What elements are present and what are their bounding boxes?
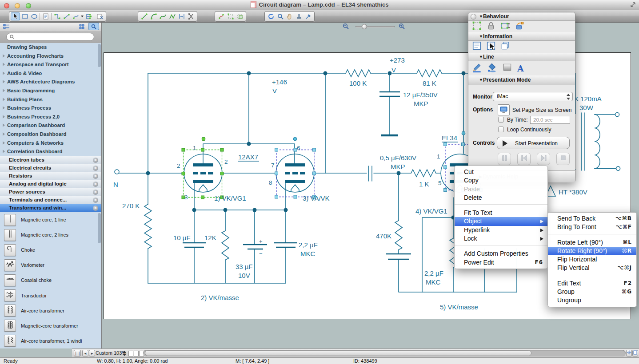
disclosure-triangle-icon[interactable] bbox=[3, 54, 5, 58]
tree-view-icon[interactable] bbox=[1, 23, 12, 30]
text-style-icon[interactable]: A bbox=[517, 63, 524, 73]
library-tab[interactable]: Terminals and connec...✕ bbox=[0, 196, 101, 204]
context-menu-item[interactable]: Object bbox=[455, 217, 547, 226]
ellipse-tool-icon[interactable] bbox=[29, 12, 39, 20]
disclosure-triangle-icon[interactable] bbox=[3, 71, 5, 75]
lock-icon[interactable] bbox=[486, 21, 496, 32]
by-time-checkbox[interactable] bbox=[498, 117, 504, 123]
zoom-stepper[interactable] bbox=[122, 350, 127, 356]
reshape-tool-icon[interactable] bbox=[216, 12, 226, 20]
start-presentation-button[interactable]: Start Presentation bbox=[497, 137, 570, 149]
close-library-icon[interactable]: ✕ bbox=[93, 206, 98, 211]
connector-curve-tool-icon[interactable] bbox=[71, 12, 80, 20]
collapse-triangle-icon[interactable]: ▼ bbox=[479, 12, 483, 20]
crop-tool-icon[interactable] bbox=[235, 12, 244, 20]
group-select-tool-icon[interactable] bbox=[226, 12, 235, 20]
submenu-item[interactable]: Rotate Right (90°)⌘R bbox=[548, 247, 636, 255]
category-item[interactable]: Comparison Dashboard bbox=[0, 121, 101, 130]
close-library-icon[interactable]: ✕ bbox=[93, 198, 98, 203]
prev-page-button[interactable]: ◂ bbox=[82, 350, 88, 356]
submenu-item[interactable]: Flip Vertical⌥⌘J bbox=[548, 264, 636, 272]
category-item[interactable]: Accounting Flowcharts bbox=[0, 52, 101, 61]
category-item[interactable]: Drawing Shapes bbox=[0, 43, 101, 52]
split-tool-icon[interactable] bbox=[186, 12, 196, 20]
shape-item[interactable]: Choke bbox=[0, 242, 101, 257]
curve-tool-icon[interactable] bbox=[158, 12, 168, 20]
search-input[interactable] bbox=[6, 33, 94, 41]
shape-item[interactable]: Magnetic core, 2 lines bbox=[0, 227, 101, 242]
category-item[interactable]: Correlation Dashboard bbox=[0, 147, 101, 156]
connection-point-el34[interactable] bbox=[462, 131, 465, 135]
close-library-icon[interactable]: ✕ bbox=[93, 166, 98, 171]
transport-button[interactable] bbox=[556, 153, 570, 165]
selection-handles[interactable] bbox=[182, 143, 483, 199]
submenu-item[interactable]: Rotate Left (90°)⌘L bbox=[548, 238, 636, 247]
disclosure-triangle-icon[interactable] bbox=[3, 80, 5, 83]
connection-point-cyan[interactable] bbox=[293, 137, 297, 141]
delete-shape-tool-icon[interactable] bbox=[95, 12, 104, 20]
shape-item[interactable]: Magnetic core, 1 line bbox=[0, 212, 101, 227]
fill-bucket-icon[interactable] bbox=[487, 62, 498, 75]
eyedropper-tool-icon[interactable] bbox=[304, 12, 313, 20]
library-tab[interactable]: Electron tubes✕ bbox=[0, 156, 101, 164]
horizontal-scrollbar[interactable] bbox=[143, 350, 626, 356]
resize-behaviour-icon[interactable] bbox=[500, 21, 510, 32]
splitter-handle[interactable]: ❘❘ bbox=[74, 350, 81, 356]
disclosure-triangle-icon[interactable] bbox=[3, 106, 5, 110]
note-icon[interactable] bbox=[472, 41, 482, 52]
context-menu-item[interactable]: Paste bbox=[455, 185, 547, 194]
loop-checkbox[interactable] bbox=[498, 127, 504, 132]
rotate-tool-icon[interactable] bbox=[266, 12, 276, 20]
shape-item[interactable]: Transductor bbox=[0, 288, 101, 303]
library-tab[interactable]: Resistors✕ bbox=[0, 172, 101, 180]
zoom-tool-icon[interactable] bbox=[276, 12, 285, 20]
disclosure-triangle-icon[interactable] bbox=[3, 115, 5, 119]
category-item[interactable]: Composition Dashboard bbox=[0, 130, 101, 139]
submenu-item[interactable]: Flip Horizontal bbox=[548, 255, 636, 264]
page-thumb-icon[interactable] bbox=[134, 351, 139, 356]
connection-point-green[interactable] bbox=[202, 137, 205, 141]
fullscreen-icon[interactable] bbox=[630, 2, 636, 8]
connector-line-tool-icon[interactable] bbox=[62, 12, 71, 20]
connector-elbow-tool-icon[interactable] bbox=[52, 12, 62, 20]
zoom-slider-thumb[interactable] bbox=[362, 24, 367, 29]
disclosure-triangle-icon[interactable] bbox=[3, 150, 5, 153]
transport-button[interactable] bbox=[498, 153, 511, 165]
text-tool-icon[interactable] bbox=[41, 12, 50, 20]
stamp-tool-icon[interactable] bbox=[294, 12, 304, 20]
zoom-in-icon[interactable] bbox=[398, 23, 405, 32]
connector-tree-tool-icon[interactable] bbox=[84, 12, 93, 20]
submenu-item[interactable]: Edit TextF2 bbox=[548, 279, 636, 288]
set-page-size-button[interactable] bbox=[498, 104, 510, 115]
connector-behaviour-icon[interactable] bbox=[515, 21, 524, 32]
line-style-brush-icon[interactable] bbox=[472, 62, 483, 75]
category-item[interactable]: Aerospace and Transport bbox=[0, 60, 101, 69]
page-thumb-icon[interactable] bbox=[128, 351, 133, 356]
polyline-tool-icon[interactable] bbox=[168, 12, 177, 20]
library-tab[interactable]: Analog and digital logic✕ bbox=[0, 180, 101, 188]
combine-behaviour-icon[interactable] bbox=[472, 21, 482, 32]
shape-item[interactable]: Variometer bbox=[0, 257, 101, 273]
panel-knob-icon[interactable] bbox=[471, 14, 476, 20]
library-tab[interactable]: Electrical circuits✕ bbox=[0, 164, 101, 172]
context-menu-item[interactable]: Add Custom Properties bbox=[455, 249, 547, 258]
layers-icon[interactable] bbox=[500, 41, 510, 52]
horizontal-scrollbar-thumb[interactable] bbox=[145, 350, 531, 356]
close-library-icon[interactable]: ✕ bbox=[93, 182, 98, 187]
shape-item[interactable]: Air-core transformer bbox=[0, 303, 101, 318]
section-line[interactable]: ▼ Line bbox=[468, 53, 575, 61]
midpoint-tool-icon[interactable] bbox=[177, 12, 186, 20]
context-menu-item[interactable]: Copy bbox=[455, 176, 547, 185]
section-behaviour[interactable]: ▼ Behaviour bbox=[468, 12, 575, 21]
context-menu-item[interactable]: Fit To Text bbox=[455, 209, 547, 217]
library-tab[interactable]: Power sources✕ bbox=[0, 188, 101, 196]
transport-button[interactable] bbox=[517, 153, 531, 165]
submenu-item[interactable]: Group⌘G bbox=[548, 288, 636, 296]
section-information[interactable]: ▼ Information bbox=[468, 32, 575, 41]
arc-tool-icon[interactable] bbox=[149, 12, 158, 20]
context-menu-item[interactable]: Power EditF6 bbox=[455, 258, 547, 267]
category-item[interactable]: Business Process 2,0 bbox=[0, 113, 101, 122]
disclosure-triangle-icon[interactable] bbox=[3, 141, 5, 145]
gradient-style-icon[interactable] bbox=[502, 62, 513, 75]
category-item[interactable]: Building Plans bbox=[0, 95, 101, 104]
